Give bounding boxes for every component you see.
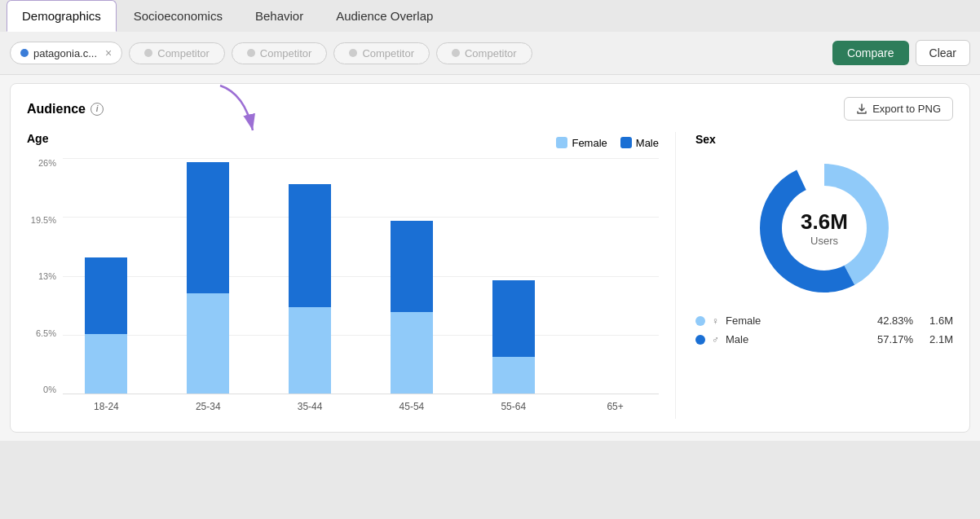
- y-label-1: 0%: [43, 385, 56, 394]
- bar-female: [187, 293, 229, 394]
- competitor-dot-1: [144, 49, 152, 57]
- bar-female: [391, 312, 433, 394]
- bar-stack: [492, 280, 535, 394]
- age-legend: Female Male: [556, 137, 659, 149]
- donut-center: 3.6M Users: [801, 209, 848, 247]
- x-label: 55-64: [470, 401, 557, 412]
- tab-demographics[interactable]: Demographics: [7, 0, 117, 32]
- export-icon: [856, 103, 867, 115]
- x-label: 45-54: [368, 401, 455, 412]
- male-sex-dot: [695, 335, 705, 345]
- site-dot: [20, 49, 29, 57]
- bar-group: [470, 158, 557, 394]
- female-sex-pct: 42.83%: [877, 314, 913, 327]
- close-icon[interactable]: ×: [105, 46, 112, 59]
- x-labels: 18-2425-3435-4445-5455-6465+: [63, 394, 659, 419]
- audience-title: Audience i: [27, 102, 104, 117]
- competitor-label-1: Competitor: [157, 47, 210, 59]
- male-gender-icon: ♂: [712, 334, 719, 345]
- female-sex-dot: [695, 316, 705, 326]
- bar-male: [391, 221, 433, 312]
- bar-stack: [85, 257, 127, 394]
- donut-users-label: Users: [801, 235, 848, 247]
- bar-male: [289, 184, 331, 307]
- bar-stack: [289, 184, 331, 394]
- competitor-dot-3: [349, 49, 357, 57]
- charts-row: Age Female Male: [27, 132, 953, 419]
- donut-number: 3.6M: [801, 209, 848, 235]
- tab-audience-overlap[interactable]: Audience Overlap: [320, 0, 448, 32]
- competitor-dot-4: [452, 49, 460, 57]
- age-chart-title: Age: [27, 132, 48, 145]
- donut-container: 3.6M Users: [695, 155, 953, 301]
- competitor-pill-1[interactable]: Competitor: [129, 42, 225, 64]
- audience-header: Audience i Export to PNG: [27, 97, 953, 121]
- male-sex-pct: 57.17%: [877, 333, 913, 345]
- sex-legend-male: ♂ Male 57.17% 2.1M: [695, 333, 953, 345]
- bar-group: [368, 158, 455, 394]
- bar-chart: 26% 19.5% 13% 6.5% 0%: [27, 158, 659, 419]
- tab-behavior[interactable]: Behavior: [240, 0, 319, 32]
- toolbar: patagonia.c... × Competitor Competitor C…: [0, 32, 980, 75]
- sex-chart-title: Sex: [695, 133, 716, 146]
- export-label: Export to PNG: [872, 103, 941, 115]
- x-label: 65+: [572, 401, 659, 412]
- male-sex-name: Male: [726, 333, 871, 345]
- tab-socioeconomics[interactable]: Socioeconomics: [118, 0, 238, 32]
- x-label: 35-44: [267, 401, 354, 412]
- nav-tabs: Demographics Socioeconomics Behavior Aud…: [0, 0, 980, 32]
- competitor-pill-2[interactable]: Competitor: [232, 42, 328, 64]
- female-label: Female: [572, 137, 607, 149]
- competitor-dot-2: [247, 49, 255, 57]
- x-label: 18-24: [63, 401, 150, 412]
- chart-area: [63, 158, 659, 394]
- audience-title-text: Audience: [27, 102, 86, 117]
- export-button[interactable]: Export to PNG: [844, 97, 953, 121]
- site-pill[interactable]: patagonia.c... ×: [10, 42, 122, 64]
- sex-section: Sex: [676, 132, 953, 419]
- competitor-label-3: Competitor: [362, 47, 414, 59]
- main-content: Audience i Export to PNG Age: [0, 75, 980, 441]
- bar-stack: [187, 162, 229, 394]
- site-name: patagonia.c...: [33, 47, 97, 59]
- competitor-label-4: Competitor: [465, 47, 517, 59]
- info-icon[interactable]: i: [90, 103, 104, 116]
- legend-female: Female: [556, 137, 607, 149]
- sex-legend-female: ♀ Female 42.83% 1.6M: [695, 314, 953, 327]
- competitor-label-2: Competitor: [260, 47, 312, 59]
- y-label-3: 13%: [38, 271, 56, 281]
- female-sex-count: 1.6M: [929, 314, 953, 327]
- y-label-2: 6.5%: [36, 328, 56, 338]
- donut-wrap: 3.6M Users: [751, 155, 898, 301]
- bar-male: [85, 257, 127, 334]
- y-label-5: 26%: [38, 158, 56, 168]
- bar-male: [492, 280, 535, 357]
- bar-male: [187, 162, 229, 293]
- bar-female: [492, 357, 535, 394]
- female-gender-icon: ♀: [712, 315, 719, 327]
- female-checkbox[interactable]: [556, 137, 567, 148]
- bar-group: [267, 158, 354, 394]
- y-axis: 26% 19.5% 13% 6.5% 0%: [27, 158, 63, 394]
- bar-female: [289, 307, 331, 394]
- clear-button[interactable]: Clear: [916, 40, 970, 66]
- audience-section: Audience i Export to PNG Age: [10, 83, 970, 433]
- y-label-4: 19.5%: [31, 215, 56, 225]
- male-sex-count: 2.1M: [929, 333, 953, 345]
- sex-legend: ♀ Female 42.83% 1.6M ♂ Male 57.17% 2.1M: [695, 314, 953, 345]
- bar-group: [572, 158, 659, 394]
- age-chart-header: Age Female Male: [27, 132, 659, 153]
- female-sex-name: Female: [726, 314, 871, 327]
- bar-group: [165, 158, 252, 394]
- competitor-pill-4[interactable]: Competitor: [436, 42, 532, 64]
- compare-button[interactable]: Compare: [832, 41, 909, 65]
- competitor-pill-3[interactable]: Competitor: [333, 42, 430, 64]
- x-label: 25-34: [165, 401, 252, 412]
- male-label: Male: [636, 137, 659, 149]
- bar-group: [63, 158, 150, 394]
- bar-female: [85, 334, 127, 394]
- bar-stack: [391, 221, 433, 394]
- age-section: Age Female Male: [27, 132, 676, 419]
- legend-male: Male: [620, 137, 659, 149]
- male-checkbox[interactable]: [620, 137, 632, 148]
